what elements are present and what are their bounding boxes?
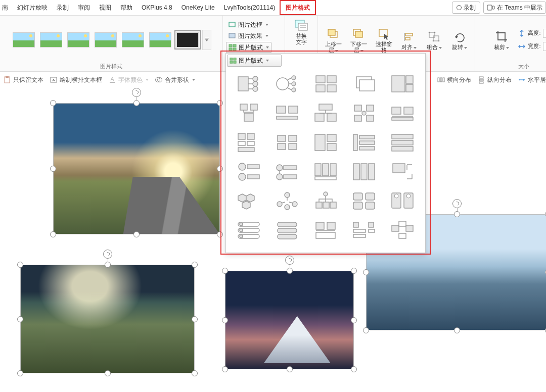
label: 纵向分布 bbox=[487, 76, 512, 84]
layout-option[interactable] bbox=[347, 130, 381, 155]
layout-option[interactable] bbox=[309, 218, 342, 242]
rotate-handle[interactable] bbox=[132, 88, 141, 97]
layout-option[interactable] bbox=[347, 72, 381, 96]
layout-option[interactable] bbox=[270, 218, 304, 242]
label: 图片版式 bbox=[239, 43, 263, 52]
svg-rect-111 bbox=[369, 164, 375, 180]
menu-item[interactable]: LvyhTools(201114) bbox=[219, 0, 280, 15]
layout-option[interactable] bbox=[386, 101, 419, 125]
layout-option[interactable] bbox=[270, 189, 304, 213]
layout-option[interactable] bbox=[232, 72, 265, 96]
record-button[interactable]: 录制 bbox=[452, 2, 480, 14]
present-in-teams-button[interactable]: 在 Teams 中展示 bbox=[483, 2, 546, 14]
selection-frame bbox=[225, 271, 354, 369]
styles-more-button[interactable] bbox=[202, 30, 211, 50]
crop-button[interactable]: 裁剪 bbox=[489, 29, 514, 51]
alt-text-button[interactable]: 替换 文字 bbox=[289, 18, 313, 46]
layout-option[interactable] bbox=[386, 189, 419, 213]
layout-option[interactable] bbox=[232, 101, 265, 125]
layout-option[interactable] bbox=[270, 72, 304, 96]
picture-style-option[interactable] bbox=[38, 30, 64, 50]
menu-item[interactable]: OKPlus 4.8 bbox=[137, 0, 177, 15]
selected-image[interactable] bbox=[20, 265, 195, 373]
menu-item[interactable]: 录制 bbox=[52, 0, 73, 15]
svg-rect-94 bbox=[392, 134, 413, 139]
svg-rect-88 bbox=[327, 134, 336, 141]
draw-textbox-button[interactable]: A 绘制横排文本框 bbox=[50, 76, 102, 84]
layout-option[interactable] bbox=[347, 189, 381, 213]
picture-style-option[interactable] bbox=[11, 30, 36, 50]
menu-item[interactable]: 帮助 bbox=[116, 0, 137, 15]
svg-marker-115 bbox=[242, 201, 250, 209]
menu-item[interactable]: 审阅 bbox=[73, 0, 95, 15]
layout-option[interactable] bbox=[232, 130, 265, 155]
svg-point-116 bbox=[285, 192, 290, 198]
layout-option[interactable] bbox=[270, 160, 304, 184]
svg-rect-67 bbox=[319, 104, 332, 110]
menu-item[interactable]: OneKey Lite bbox=[177, 0, 219, 15]
layout-option[interactable] bbox=[309, 130, 342, 155]
layout-option[interactable] bbox=[309, 72, 342, 96]
layout-option[interactable] bbox=[386, 72, 419, 96]
svg-rect-81 bbox=[247, 141, 254, 145]
group-label: 大小 bbox=[518, 62, 529, 70]
group-button[interactable]: 组合 bbox=[422, 30, 446, 51]
width-field[interactable]: 宽度: bbox=[518, 42, 546, 51]
svg-rect-21 bbox=[433, 36, 439, 41]
menu-item-picture-format[interactable]: 图片格式 bbox=[280, 0, 316, 15]
font-color-button[interactable]: A 字体颜色 bbox=[108, 76, 149, 84]
picture-border-button[interactable]: 图片边框 bbox=[226, 20, 271, 30]
svg-point-131 bbox=[406, 194, 411, 198]
keep-text-only-button[interactable]: 只保留文本 bbox=[3, 76, 43, 84]
merge-shapes-button[interactable]: 合并形状 bbox=[155, 76, 195, 84]
picture-style-option[interactable] bbox=[120, 30, 146, 50]
menu-item[interactable]: 视图 bbox=[95, 0, 116, 15]
picture-style-option[interactable] bbox=[148, 30, 173, 50]
menu-item[interactable]: 幻灯片放映 bbox=[13, 0, 52, 15]
distribute-v-icon bbox=[477, 76, 485, 84]
distribute-horizontal-button[interactable]: 横向分布 bbox=[437, 76, 471, 84]
selected-image[interactable] bbox=[53, 103, 220, 234]
layout-option[interactable] bbox=[386, 218, 419, 242]
layout-option[interactable] bbox=[309, 160, 342, 184]
svg-rect-147 bbox=[369, 222, 374, 227]
layout-option[interactable] bbox=[270, 101, 304, 125]
rotate-handle[interactable] bbox=[103, 250, 112, 259]
svg-rect-105 bbox=[315, 164, 321, 176]
svg-rect-5 bbox=[233, 44, 236, 47]
layout-option[interactable] bbox=[232, 218, 265, 242]
layout-option[interactable] bbox=[386, 130, 419, 155]
picture-effects-button[interactable]: 图片效果 bbox=[226, 31, 271, 41]
layout-option[interactable] bbox=[386, 160, 419, 184]
align-button[interactable]: 对齐 bbox=[397, 30, 421, 51]
picture-style-option[interactable] bbox=[66, 30, 91, 50]
send-backward-button[interactable]: 下移一层 bbox=[346, 27, 371, 54]
selected-image[interactable] bbox=[225, 271, 354, 369]
layout-option[interactable] bbox=[347, 101, 381, 125]
selection-pane-button[interactable]: 选择窗格 bbox=[372, 27, 396, 54]
layout-option[interactable] bbox=[232, 160, 265, 184]
layout-option[interactable] bbox=[347, 218, 381, 242]
rotate-handle[interactable] bbox=[285, 256, 294, 265]
picture-style-option[interactable] bbox=[175, 30, 200, 50]
rotate-button[interactable]: 旋转 bbox=[447, 30, 472, 51]
font-color-icon: A bbox=[108, 76, 116, 84]
layout-option[interactable] bbox=[347, 160, 381, 184]
layout-option[interactable] bbox=[270, 130, 304, 155]
bring-forward-button[interactable]: 上移一层 bbox=[321, 27, 345, 54]
layout-option[interactable] bbox=[309, 189, 342, 213]
picture-layout-button[interactable]: 图片版式 bbox=[226, 42, 271, 53]
picture-style-option[interactable] bbox=[93, 30, 118, 50]
distribute-vertical-button[interactable]: 纵向分布 bbox=[477, 76, 512, 84]
rotate-handle[interactable] bbox=[452, 199, 462, 208]
label: 横向分布 bbox=[447, 76, 471, 84]
gallery-header-button[interactable]: 图片版式 bbox=[227, 55, 282, 67]
align-horizontal-button[interactable]: 水平居 bbox=[518, 76, 546, 84]
layout-option[interactable] bbox=[309, 101, 342, 125]
height-field[interactable]: 高度: bbox=[518, 29, 546, 38]
layout-option[interactable] bbox=[232, 189, 265, 213]
menu-item[interactable]: 南 bbox=[2, 0, 13, 15]
svg-rect-4 bbox=[229, 44, 232, 47]
svg-rect-3 bbox=[229, 33, 235, 38]
svg-rect-42 bbox=[230, 61, 233, 63]
